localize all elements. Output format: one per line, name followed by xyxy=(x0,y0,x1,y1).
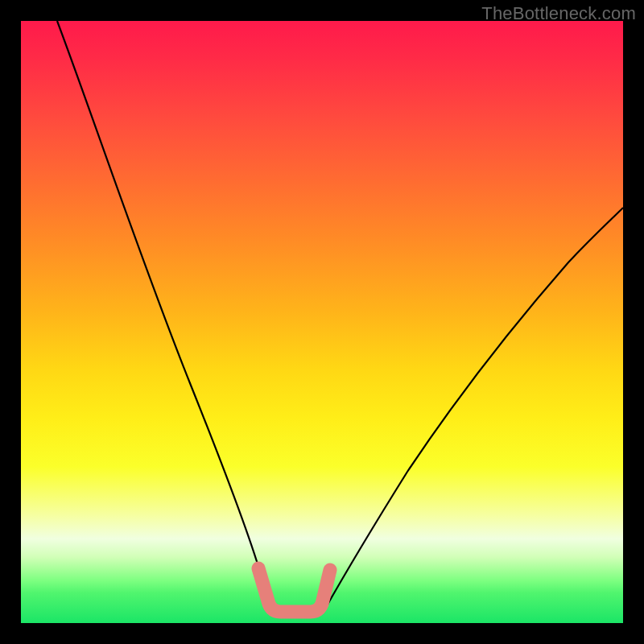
outer-frame: TheBottleneck.com xyxy=(0,0,644,644)
plot-area xyxy=(21,21,623,623)
chart-svg xyxy=(21,21,623,623)
right-curve xyxy=(325,208,623,609)
watermark-text: TheBottleneck.com xyxy=(481,3,636,24)
left-curve xyxy=(57,21,272,609)
bottom-segment xyxy=(258,568,330,612)
